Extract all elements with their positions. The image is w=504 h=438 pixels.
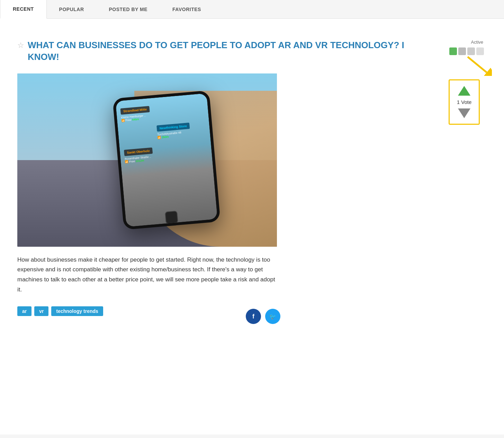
social-row: f 🐦 — [246, 309, 280, 324]
ar-location-3-name: Sankt Oberholz — [124, 147, 153, 156]
ar-overlay: Strandbad Mitte Kleine Hamburger .. 📶 Fr… — [116, 93, 218, 227]
activity-dot-gray1 — [458, 47, 466, 55]
active-label: Active — [471, 40, 483, 45]
facebook-share-button[interactable]: f — [246, 309, 261, 324]
article-body-text: How about businesses make it cheaper for… — [17, 255, 280, 295]
activity-dot-gray2 — [467, 47, 475, 55]
ar-location-3-dist: 1012m — [135, 159, 144, 163]
tab-popular[interactable]: POPULAR — [47, 0, 97, 18]
tab-posted-by-me[interactable]: POSTED BY ME — [97, 0, 160, 18]
activity-dots — [449, 47, 484, 55]
tab-bar: RECENT POPULAR POSTED BY ME FAVORITES — [0, 0, 504, 19]
sidebar: Active — [442, 40, 487, 421]
tag-ar[interactable]: ar — [17, 306, 32, 316]
ar-location-1-name: Strandbad Mitte — [120, 106, 150, 114]
star-icon[interactable]: ☆ — [17, 41, 24, 50]
article-image-placeholder: Strandbad Mitte Kleine Hamburger .. 📶 Fr… — [17, 73, 277, 247]
ar-location-2-dist: 350m — [162, 135, 169, 139]
vote-up-button[interactable] — [458, 86, 470, 96]
phone-screen: Strandbad Mitte Kleine Hamburger .. 📶 Fr… — [116, 93, 218, 227]
title-row: ☆ WHAT CAN BUSINESSES DO TO GET PEOPLE T… — [17, 40, 428, 63]
twitter-share-button[interactable]: 🐦 — [265, 309, 280, 324]
yellow-arrow-icon — [464, 55, 492, 76]
tags-row: ar vr technology trends — [17, 306, 103, 316]
phone-mockup: Strandbad Mitte Kleine Hamburger .. 📶 Fr… — [112, 90, 220, 230]
phone-home-button — [165, 210, 178, 224]
vote-count: 1 Vote — [457, 99, 472, 105]
vote-down-button[interactable] — [458, 108, 470, 118]
tab-favorites[interactable]: FAVORITES — [160, 0, 214, 18]
article-image: Strandbad Mitte Kleine Hamburger .. 📶 Fr… — [17, 73, 277, 247]
tag-technology-trends[interactable]: technology trends — [51, 306, 103, 316]
facebook-icon: f — [252, 313, 254, 320]
main-content: ☆ WHAT CAN BUSINESSES DO TO GET PEOPLE T… — [0, 19, 504, 435]
article-area: ☆ WHAT CAN BUSINESSES DO TO GET PEOPLE T… — [17, 40, 428, 421]
svg-line-1 — [468, 57, 487, 72]
activity-dot-gray3 — [476, 47, 484, 55]
activity-dot-green — [449, 47, 457, 55]
ar-location-2-name: Newthinking Store — [156, 122, 190, 131]
ar-location-1-dist: 446m — [132, 117, 139, 121]
vote-box: 1 Vote — [449, 79, 480, 125]
twitter-icon: 🐦 — [269, 313, 276, 320]
tab-recent[interactable]: RECENT — [0, 0, 47, 19]
article-title: WHAT CAN BUSINESSES DO TO GET PEOPLE TO … — [28, 40, 428, 63]
tag-vr[interactable]: vr — [34, 306, 48, 316]
